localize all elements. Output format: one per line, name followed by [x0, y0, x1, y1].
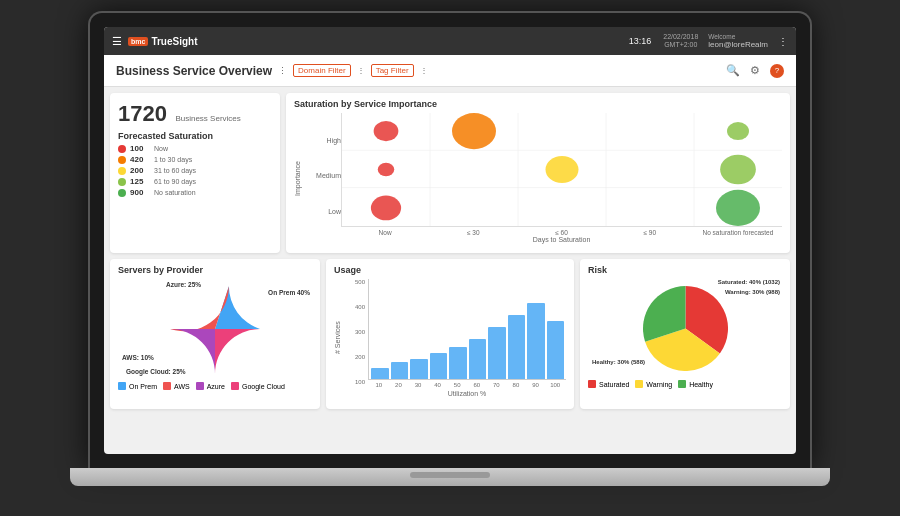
x-axis-title: Days to Saturation — [341, 236, 782, 243]
legend-warning: Warning — [635, 380, 672, 388]
bar-x-labels: 10 20 30 40 50 60 70 80 — [368, 382, 566, 388]
bmc-logo: bmc — [128, 37, 148, 46]
y-300: 300 — [355, 329, 365, 335]
app-container: ☰ bmc TrueSight 13:16 22/02/2018 GMT+2:0… — [104, 27, 796, 454]
green-dot — [118, 189, 126, 197]
chart-with-yaxis: # Services 500 400 300 200 100 — [334, 279, 566, 397]
servers-pie-card: Servers by Provider Azure: 25% On Prem 4… — [110, 259, 320, 409]
x-40: 40 — [429, 382, 447, 388]
forecast-desc-3: 31 to 60 days — [154, 167, 196, 174]
help-icon[interactable]: ? — [770, 64, 784, 78]
x-label-now: Now — [341, 229, 429, 236]
warning-risk-label: Warning: 30% (988) — [725, 289, 780, 295]
bubble-chart-card: Saturation by Service Importance Importa… — [286, 93, 790, 253]
saturated-color — [588, 380, 596, 388]
bar-9 — [527, 303, 545, 379]
x-30: 30 — [409, 382, 427, 388]
svg-point-7 — [378, 163, 395, 177]
warning-label: Warning — [646, 381, 672, 388]
clock: 13:16 — [629, 36, 652, 46]
app-title: TrueSight — [151, 36, 197, 47]
gcloud-label: Google Cloud: 25% — [126, 368, 186, 375]
tag-filter-icon[interactable]: ⋮ — [420, 66, 428, 75]
x-label-90: ≤ 90 — [606, 229, 694, 236]
domain-filter-tag[interactable]: Domain Filter — [293, 64, 351, 77]
pie-svg — [170, 284, 260, 374]
pie-legend-row: On Prem AWS Azure — [118, 382, 312, 390]
bubble-chart-title: Saturation by Service Importance — [294, 99, 782, 109]
onprem-label: On Prem 40% — [268, 289, 310, 296]
forecast-num-1: 100 — [130, 144, 150, 153]
y-axis-importance-label: Importance — [294, 113, 301, 243]
bar-inner-wrap: 10 20 30 40 50 60 70 80 — [368, 279, 566, 397]
onprem-color — [118, 382, 126, 390]
x-100: 100 — [546, 382, 564, 388]
servers-chart-title: Servers by Provider — [118, 265, 312, 275]
navbar-menu-icon[interactable]: ⋮ — [778, 36, 788, 47]
username: leon@loreRealm — [708, 40, 768, 49]
x-label-30: ≤ 30 — [429, 229, 517, 236]
bar-3 — [410, 359, 428, 379]
main-content: 1720 Business Services Forecasted Satura… — [104, 87, 796, 454]
healthy-label: Healthy — [689, 381, 713, 388]
x-90: 90 — [527, 382, 545, 388]
saturated-label: Saturated — [599, 381, 629, 388]
forecast-desc-1: Now — [154, 145, 168, 152]
lime-dot — [118, 178, 126, 186]
date-info: 22/02/2018 GMT+2:00 — [663, 33, 698, 50]
risk-legend-row: Saturated Warning Healthy — [588, 380, 782, 388]
bubble-grid — [341, 113, 782, 227]
forecast-row-2: 420 1 to 30 days — [118, 155, 272, 164]
business-services-count: 1720 — [118, 101, 167, 126]
welcome-label: Welcome — [708, 33, 735, 40]
healthy-color — [678, 380, 686, 388]
forecast-row-1: 100 Now — [118, 144, 272, 153]
x-50: 50 — [448, 382, 466, 388]
red-dot — [118, 145, 126, 153]
domain-filter-icon[interactable]: ⋮ — [357, 66, 365, 75]
screen: ☰ bmc TrueSight 13:16 22/02/2018 GMT+2:0… — [104, 27, 796, 454]
gear-icon[interactable]: ⚙ — [750, 64, 760, 77]
legend-healthy: Healthy — [678, 380, 713, 388]
forecast-desc-2: 1 to 30 days — [154, 156, 192, 163]
warning-color — [635, 380, 643, 388]
azure-color — [196, 382, 204, 390]
svg-point-12 — [720, 155, 756, 184]
business-services-label: Business Services — [175, 114, 240, 123]
usage-chart-title: Usage — [334, 265, 566, 275]
tag-filter-tag[interactable]: Tag Filter — [371, 64, 414, 77]
saturated-risk-label: Saturated: 40% (1032) — [718, 279, 780, 285]
y-axis-side: 500 400 300 200 100 — [346, 279, 368, 397]
top-row: 1720 Business Services Forecasted Satura… — [110, 93, 790, 253]
healthy-risk-label: Healthy: 30% (588) — [592, 359, 645, 365]
forecast-row-4: 125 61 to 90 days — [118, 177, 272, 186]
y-400: 400 — [355, 304, 365, 310]
brand: bmc TrueSight — [128, 36, 198, 47]
bar-chart-inner — [368, 279, 566, 380]
bubble-svg — [342, 113, 782, 226]
laptop-shell: ☰ bmc TrueSight 13:16 22/02/2018 GMT+2:0… — [60, 13, 840, 503]
onprem-legend-label: On Prem — [129, 383, 157, 390]
risk-pie-svg — [643, 286, 728, 371]
hamburger-icon[interactable]: ☰ — [112, 35, 122, 48]
bubble-x-labels: Now ≤ 30 ≤ 60 ≤ 90 No saturation forecas… — [341, 227, 782, 236]
svg-point-6 — [374, 121, 399, 141]
legend-gcloud: Google Cloud — [231, 382, 285, 390]
y-label-low: Low — [301, 208, 341, 215]
bubble-chart-body: Importance High Medium Low — [294, 113, 782, 243]
bar-8 — [508, 315, 526, 379]
page-title: Business Service Overview — [116, 64, 272, 78]
search-icon[interactable]: 🔍 — [726, 64, 740, 77]
svg-point-9 — [452, 113, 496, 149]
svg-point-13 — [716, 190, 760, 226]
page-title-menu[interactable]: ⋮ — [278, 66, 287, 76]
forecast-row-3: 200 31 to 60 days — [118, 166, 272, 175]
yellow-dot — [118, 167, 126, 175]
x-label-no-sat: No saturation forecasted — [694, 229, 782, 236]
y-200: 200 — [355, 354, 365, 360]
gcloud-legend-label: Google Cloud — [242, 383, 285, 390]
y-label-high: High — [301, 137, 341, 144]
gcloud-color — [231, 382, 239, 390]
bar-5 — [449, 347, 467, 379]
bar-4 — [430, 353, 448, 379]
